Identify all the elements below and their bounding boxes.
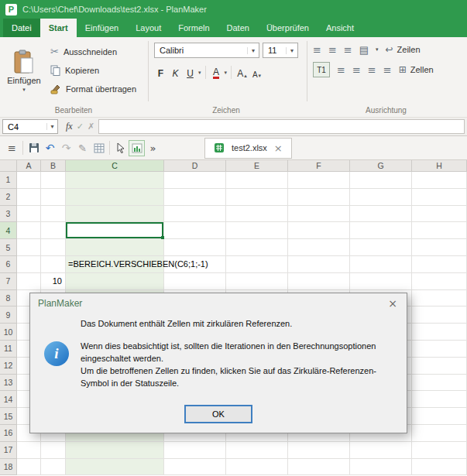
- cell-H11[interactable]: [412, 341, 467, 358]
- halign-center-icon[interactable]: ≡: [352, 65, 361, 75]
- tab-datei[interactable]: Datei: [3, 19, 40, 37]
- row-header-15[interactable]: 15: [0, 408, 17, 425]
- italic-button[interactable]: K: [169, 65, 182, 80]
- cell-D5[interactable]: [164, 239, 226, 256]
- cell-H17[interactable]: [412, 442, 467, 459]
- grow-font-button[interactable]: A ▴: [235, 65, 249, 80]
- halign-left-icon[interactable]: ≡: [337, 65, 345, 75]
- row-header-3[interactable]: 3: [0, 206, 17, 223]
- cell-F2[interactable]: [288, 189, 350, 206]
- valign-bottom-icon[interactable]: ≡: [344, 45, 352, 55]
- cell-G1[interactable]: [350, 172, 412, 189]
- cut-button[interactable]: ✂ Ausschneiden: [46, 43, 140, 60]
- undo-icon[interactable]: ↶: [42, 140, 58, 156]
- row-header-9[interactable]: 9: [0, 306, 17, 324]
- cell-A6[interactable]: [17, 256, 41, 273]
- cell-B1[interactable]: [41, 172, 66, 189]
- cell-E1[interactable]: [226, 172, 288, 189]
- confirm-icon[interactable]: ✓: [77, 122, 84, 132]
- font-name-select[interactable]: Calibri ▾: [154, 43, 259, 58]
- cell-A18[interactable]: [17, 459, 41, 476]
- cell-A4[interactable]: [17, 222, 41, 239]
- cell-A17[interactable]: [17, 442, 41, 459]
- cell-D18[interactable]: [164, 459, 226, 476]
- cell-C1[interactable]: [66, 172, 164, 189]
- formula-input[interactable]: [98, 119, 465, 134]
- cell-H4[interactable]: [412, 222, 467, 239]
- cancel-icon[interactable]: ✗: [88, 122, 94, 132]
- row-header-7[interactable]: 7: [0, 273, 17, 290]
- cell-C17[interactable]: [66, 442, 164, 459]
- tab-formeln[interactable]: Formeln: [170, 19, 218, 37]
- cell-C18[interactable]: [66, 459, 164, 476]
- cell-F18[interactable]: [288, 459, 350, 476]
- cell-E7[interactable]: [226, 273, 288, 290]
- row-header-16[interactable]: 16: [0, 425, 17, 442]
- cell-H14[interactable]: [412, 391, 467, 408]
- row-header-1[interactable]: 1: [0, 172, 17, 189]
- cell-F1[interactable]: [288, 172, 350, 189]
- cell-B4[interactable]: [41, 222, 66, 239]
- cell-A2[interactable]: [17, 189, 41, 206]
- cell-E2[interactable]: [226, 189, 288, 206]
- wrap-text-button[interactable]: ↩ Zeilen: [386, 44, 421, 55]
- row-header-2[interactable]: 2: [0, 189, 17, 206]
- valign-top-icon[interactable]: ≡: [313, 45, 321, 55]
- tab-layout[interactable]: Layout: [127, 19, 170, 37]
- cell-reference-box[interactable]: C4 ▾: [2, 119, 58, 134]
- chart-button[interactable]: [129, 140, 145, 156]
- tab-ansicht[interactable]: Ansicht: [318, 19, 362, 37]
- cell-D1[interactable]: [164, 172, 226, 189]
- cell-H7[interactable]: [412, 273, 467, 290]
- cell-B6[interactable]: [41, 256, 66, 273]
- cell-B7[interactable]: 10: [41, 273, 66, 290]
- row-header-11[interactable]: 11: [0, 341, 17, 358]
- document-tab[interactable]: test2.xlsx ×: [204, 138, 292, 159]
- cell-H2[interactable]: [412, 189, 467, 206]
- shrink-font-button[interactable]: A ▾: [250, 65, 263, 80]
- row-header-14[interactable]: 14: [0, 391, 17, 408]
- cell-B3[interactable]: [41, 206, 66, 223]
- ok-button[interactable]: OK: [184, 405, 252, 423]
- cell-F3[interactable]: [288, 206, 350, 223]
- col-header-G[interactable]: G: [350, 160, 412, 172]
- cell-D17[interactable]: [164, 442, 226, 459]
- cell-B5[interactable]: [41, 239, 66, 256]
- cell-H3[interactable]: [412, 206, 467, 223]
- cell-D3[interactable]: [164, 206, 226, 223]
- cell-G6[interactable]: [350, 256, 412, 273]
- cell-C2[interactable]: [66, 189, 164, 206]
- cell-H12[interactable]: [412, 358, 467, 375]
- cell-A3[interactable]: [17, 206, 41, 223]
- col-header-C[interactable]: C: [66, 160, 164, 172]
- row-header-17[interactable]: 17: [0, 442, 17, 459]
- cell-B2[interactable]: [41, 189, 66, 206]
- redo-icon[interactable]: ↷: [58, 140, 74, 156]
- merge-cells-button[interactable]: ⊞ Zellen: [399, 64, 434, 75]
- cell-H8[interactable]: [412, 290, 467, 307]
- cell-F6[interactable]: [288, 256, 350, 273]
- function-icon[interactable]: fx: [66, 121, 73, 132]
- cursor-button[interactable]: [112, 140, 129, 156]
- row-header-4[interactable]: 4: [0, 222, 17, 239]
- cell-G7[interactable]: [350, 273, 412, 290]
- cell-E4[interactable]: [226, 222, 288, 239]
- menu-icon[interactable]: ≡: [4, 140, 20, 156]
- row-header-12[interactable]: 12: [0, 358, 17, 375]
- format-painter-button[interactable]: Format übertragen: [46, 80, 140, 97]
- col-header-D[interactable]: D: [164, 160, 226, 172]
- edit-pencil-icon[interactable]: ✎: [74, 140, 91, 156]
- cell-E6[interactable]: [226, 256, 288, 273]
- cell-E3[interactable]: [226, 206, 288, 223]
- cell-H1[interactable]: [412, 172, 467, 189]
- valign-center-icon[interactable]: ≡: [328, 45, 337, 55]
- cell-D7[interactable]: [164, 273, 226, 290]
- cell-H9[interactable]: [412, 306, 467, 324]
- font-color-button[interactable]: A: [210, 65, 223, 80]
- overflow-icon[interactable]: »: [145, 140, 161, 156]
- borders-icon[interactable]: ▤: [359, 45, 369, 55]
- cell-A1[interactable]: [17, 172, 41, 189]
- col-header-A[interactable]: A: [17, 160, 41, 172]
- cell-G5[interactable]: [350, 239, 412, 256]
- cell-C7[interactable]: [66, 273, 164, 290]
